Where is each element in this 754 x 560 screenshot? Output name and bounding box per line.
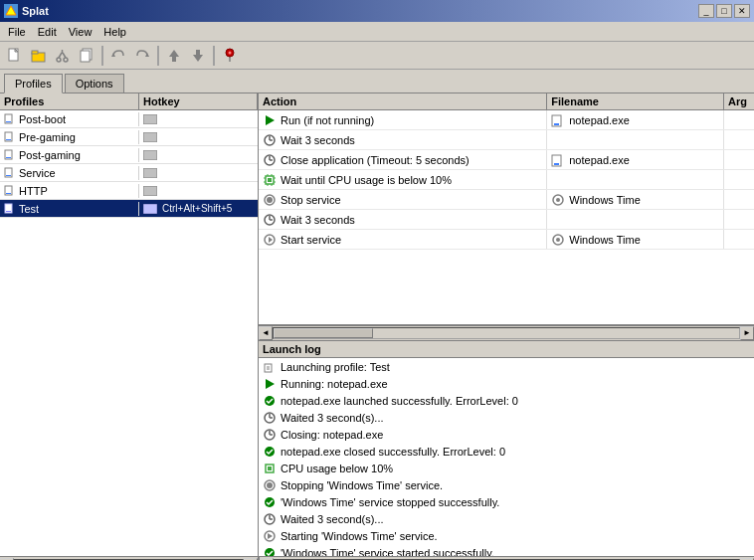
stop-icon (263, 193, 277, 207)
tab-bar: Profiles Options (0, 70, 754, 93)
svg-rect-39 (143, 204, 157, 214)
profile-icon (4, 203, 16, 215)
profiles-table[interactable]: Profiles Hotkey Post-boot (0, 93, 258, 556)
svg-line-7 (59, 53, 62, 58)
action-row[interactable]: Run (if not running) notepad.exe (259, 110, 754, 130)
profile-row[interactable]: Post-boot (0, 110, 258, 128)
profile-row[interactable]: Pre-gaming (0, 128, 258, 146)
action-row[interactable]: Start service Windows Time (259, 230, 754, 250)
wait-log-icon (263, 512, 277, 526)
scroll-track[interactable] (273, 327, 740, 339)
minimize-button[interactable]: _ (698, 4, 714, 18)
scroll-thumb[interactable] (274, 328, 373, 338)
maximize-button[interactable]: □ (716, 4, 732, 18)
svg-rect-51 (268, 178, 272, 182)
main-content: Profiles Hotkey Post-boot (0, 93, 754, 556)
log-entry: Waited 3 second(s)... (259, 511, 754, 528)
menu-edit[interactable]: Edit (32, 24, 63, 40)
action-row[interactable]: Wait 3 seconds (259, 210, 754, 230)
tab-options[interactable]: Options (65, 74, 124, 93)
svg-rect-49 (554, 163, 559, 165)
log-entry: notepad.exe closed successfully. ErrorLe… (259, 444, 754, 461)
close-button[interactable]: ✕ (734, 4, 750, 18)
start-icon (263, 233, 277, 247)
toolbar-redo[interactable] (131, 45, 153, 67)
action-row[interactable]: Wait 3 seconds (259, 130, 754, 150)
action-row[interactable]: Close application (Timeout: 5 seconds) n… (259, 150, 754, 170)
svg-rect-30 (143, 150, 157, 160)
actions-panel[interactable]: Action Filename Arg Run (if not running) (259, 93, 754, 325)
menu-view[interactable]: View (63, 24, 98, 40)
profile-row[interactable]: Service (0, 164, 258, 182)
toolbar (0, 42, 754, 70)
profile-row[interactable]: Post-gaming (0, 146, 258, 164)
tab-profiles[interactable]: Profiles (4, 74, 63, 93)
profile-row[interactable]: HTTP (0, 182, 258, 200)
col-header-hotkey: Hotkey (139, 93, 258, 109)
svg-rect-24 (143, 114, 157, 124)
toolbar-pin[interactable] (219, 45, 241, 67)
col-header-profiles: Profiles (0, 93, 139, 109)
col-header-action: Action (259, 93, 547, 109)
wait-icon (263, 133, 277, 147)
action-row[interactable]: Stop service Windows Time (259, 190, 754, 210)
profile-icon (4, 131, 16, 143)
actions-scrollbar[interactable]: ◄ ► (259, 325, 754, 341)
profile-icon (4, 167, 16, 179)
log-entry: notepad.exe launched successfully. Error… (259, 393, 754, 410)
stop-log-icon (263, 478, 277, 492)
scroll-left-btn[interactable]: ◄ (259, 326, 273, 340)
svg-rect-12 (81, 51, 90, 62)
toolbar-sep-2 (157, 46, 159, 66)
toolbar-new[interactable] (4, 45, 26, 67)
svg-rect-36 (143, 186, 157, 196)
svg-point-6 (64, 58, 68, 62)
toolbar-copy[interactable] (76, 45, 97, 67)
svg-marker-13 (111, 53, 115, 57)
scroll-right-btn[interactable]: ► (740, 326, 754, 340)
log-header: Launch log (259, 341, 754, 358)
svg-rect-18 (196, 50, 200, 55)
svg-rect-41 (554, 123, 559, 125)
toolbar-move-down[interactable] (187, 45, 209, 67)
svg-rect-23 (6, 121, 11, 122)
menu-help[interactable]: Help (97, 24, 132, 40)
menu-file[interactable]: File (2, 24, 32, 40)
profile-icon (4, 149, 16, 161)
close-log-icon (263, 428, 277, 442)
action-row[interactable]: Wait until CPU usage is below 10% (259, 170, 754, 190)
profile-row-selected[interactable]: Test Ctrl+Alt+Shift+5 (0, 200, 258, 218)
ok-log-icon (263, 394, 277, 408)
svg-point-21 (229, 51, 232, 54)
ok-log-icon (263, 445, 277, 459)
svg-rect-27 (143, 132, 157, 142)
log-entry: Waited 3 second(s)... (259, 410, 754, 427)
col-header-arg: Arg (724, 93, 754, 109)
title-bar: Splat _ □ ✕ (0, 0, 754, 22)
svg-marker-91 (268, 533, 273, 539)
svg-marker-14 (145, 53, 149, 57)
wait-icon (263, 213, 277, 227)
svg-point-85 (267, 482, 273, 488)
svg-line-8 (63, 53, 66, 58)
svg-rect-4 (32, 51, 38, 54)
log-entry: 'Windows Time' service stopped successfu… (259, 494, 754, 511)
log-entry: CPU usage below 10% (259, 461, 754, 477)
profile-icon (4, 185, 16, 197)
log-entry: 'Windows Time' service started successfu… (259, 545, 754, 557)
log-panel: Launch log Launching profile: Test (259, 341, 754, 557)
actions-table-header: Action Filename Arg (259, 93, 754, 110)
toolbar-open[interactable] (28, 45, 50, 67)
toolbar-sep-3 (213, 46, 215, 66)
profiles-table-header: Profiles Hotkey (0, 93, 258, 110)
cpu-log-icon (263, 462, 277, 475)
svg-rect-35 (6, 193, 11, 194)
toolbar-move-up[interactable] (163, 45, 185, 67)
log-entry: Stopping 'Windows Time' service. (259, 477, 754, 494)
profile-icon (4, 113, 16, 125)
start-log-icon (263, 529, 277, 543)
log-content[interactable]: Launching profile: Test Running: notepad… (259, 358, 754, 557)
svg-rect-26 (6, 139, 11, 140)
toolbar-cut[interactable] (52, 45, 74, 67)
toolbar-undo[interactable] (107, 45, 129, 67)
